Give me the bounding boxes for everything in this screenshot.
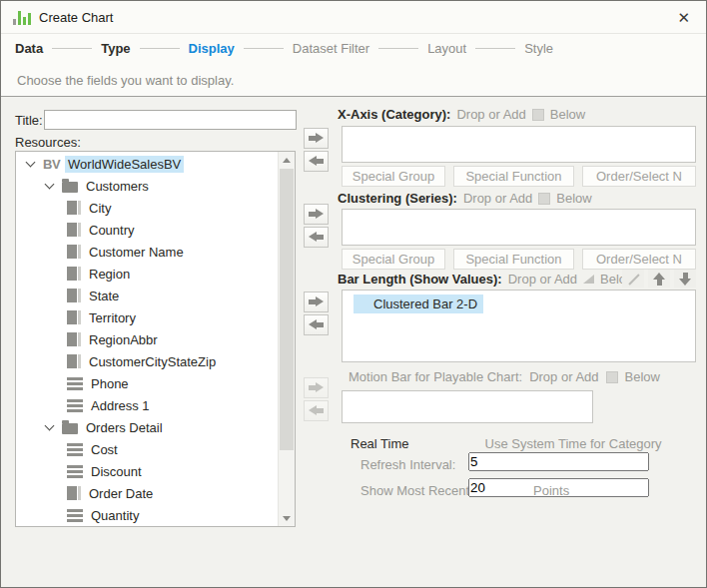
tree-item[interactable]: Quantity — [16, 504, 278, 526]
tree-item-label: WorldWideSalesBV — [65, 156, 184, 173]
motion-bar-drop-area — [342, 390, 593, 423]
arrow-down-icon — [679, 273, 691, 286]
chevron-down-icon[interactable] — [43, 181, 57, 191]
tree-item[interactable]: Cost — [16, 438, 278, 460]
refresh-interval-input[interactable] — [468, 452, 649, 471]
clustering-section-label: Clustering (Series): Drop or Add Below — [338, 191, 592, 206]
step-type[interactable]: Type — [101, 41, 130, 56]
bar-length-tools — [622, 270, 696, 288]
chart-title-input[interactable] — [44, 110, 297, 130]
tree-item-label: Territory — [86, 309, 139, 326]
lines-icon — [67, 399, 83, 412]
tree-item[interactable]: RegionAbbr — [16, 328, 278, 350]
cube-icon — [67, 332, 81, 346]
special-function-button: Special Function — [453, 249, 574, 270]
points-label: Points — [533, 483, 569, 498]
chevron-down-icon[interactable] — [24, 159, 38, 169]
cube-icon — [67, 201, 81, 215]
scroll-down-icon[interactable] — [279, 510, 295, 526]
tree-item-label: Cost — [88, 441, 121, 458]
bar-length-item-label: Clustered Bar 2-D — [373, 296, 477, 311]
bar-length-item[interactable]: Clustered Bar 2-D — [354, 294, 483, 313]
refresh-interval-label: Refresh Interval: — [360, 457, 455, 472]
chart-title-row: Title: — [15, 110, 297, 130]
step-layout[interactable]: Layout — [427, 41, 466, 56]
clustering-buttons: Special GroupSpecial FunctionOrder/Selec… — [342, 249, 696, 270]
move-down-button[interactable] — [674, 270, 696, 288]
clustering-drop-area[interactable] — [342, 209, 696, 246]
cube-icon — [67, 289, 81, 302]
motion-bar-label: Motion Bar for Playable Chart: — [349, 369, 522, 384]
move-up-button[interactable] — [648, 270, 670, 288]
tree-item-label: Country — [86, 222, 138, 239]
step-connector — [475, 48, 515, 49]
tree-item[interactable]: Region — [16, 263, 278, 285]
tree-item[interactable]: Order Date — [16, 482, 278, 504]
move-right-button[interactable] — [304, 204, 329, 225]
cube-icon — [67, 245, 81, 259]
move-right-button[interactable] — [304, 292, 329, 312]
tree-item[interactable]: State — [16, 285, 278, 306]
arrow-left-icon — [309, 156, 324, 167]
order-select-n-button: Order/Select N — [582, 166, 696, 187]
tree-item[interactable]: Orders Detail — [16, 416, 278, 438]
special-function-button: Special Function — [453, 166, 574, 187]
tree-item[interactable]: City — [16, 197, 278, 219]
move-left-button — [304, 400, 329, 421]
step-data[interactable]: Data — [15, 41, 43, 56]
tree-item-label: CustomerCityStateZip — [86, 353, 219, 370]
chart-logo-icon — [13, 9, 31, 25]
drop-hint-text: Drop or Add — [529, 369, 598, 384]
arrow-left-icon — [309, 405, 324, 416]
dialog-header: Create Chart ✕ DataTypeDisplayDataset Fi… — [1, 1, 706, 97]
tree-item[interactable]: Address 1 — [16, 394, 278, 416]
tree-scrollbar[interactable] — [278, 152, 295, 526]
move-left-button[interactable] — [304, 151, 329, 172]
move-left-button[interactable] — [304, 227, 329, 248]
tree-item-label: Phone — [88, 375, 132, 392]
tree-item-label: State — [86, 288, 122, 304]
tree-item[interactable]: CustomerCityStateZip — [16, 350, 278, 372]
tree-item[interactable]: Discount — [16, 460, 278, 482]
folder-icon — [62, 182, 78, 193]
cube-icon — [67, 486, 81, 500]
step-connector — [52, 48, 92, 49]
drop-target-icon — [583, 275, 594, 284]
step-dataset-filter[interactable]: Dataset Filter — [293, 41, 369, 56]
real-time-label: Real Time — [351, 436, 409, 451]
arrow-left-icon — [309, 319, 324, 330]
drop-hint-text: Below — [625, 369, 660, 384]
tree-item[interactable]: Customer Name — [16, 241, 278, 263]
drop-target-icon — [532, 109, 544, 121]
tree-item[interactable]: Phone — [16, 372, 278, 394]
tree-item[interactable]: Territory — [16, 306, 278, 328]
tree-item-label: Quantity — [88, 507, 142, 524]
wizard-steps: DataTypeDisplayDataset FilterLayoutStyle — [1, 34, 706, 62]
lines-icon — [67, 377, 83, 390]
x-axis-section-label: X-Axis (Category): Drop or Add Below — [338, 107, 585, 122]
tree-item[interactable]: Country — [16, 219, 278, 241]
resources-label: Resources: — [15, 135, 81, 150]
move-right-button[interactable] — [304, 128, 329, 149]
clustering-title: Clustering (Series): — [338, 191, 457, 206]
tree-item[interactable]: BVWorldWideSalesBV — [16, 153, 278, 175]
cube-icon — [67, 310, 81, 324]
x-axis-drop-area[interactable] — [342, 126, 696, 163]
scroll-up-icon[interactable] — [279, 152, 295, 168]
tree-item[interactable]: Customers — [16, 175, 278, 197]
motion-bar-row: Motion Bar for Playable Chart: Drop or A… — [342, 369, 660, 384]
scrollbar-thumb[interactable] — [280, 169, 294, 450]
arrow-right-icon — [309, 209, 324, 220]
step-display[interactable]: Display — [189, 41, 235, 56]
drop-target-icon — [538, 193, 550, 205]
x-axis-title: X-Axis (Category): — [338, 107, 450, 122]
step-style[interactable]: Style — [524, 41, 553, 56]
close-icon[interactable]: ✕ — [671, 8, 696, 27]
use-system-time-label: Use System Time for Category — [485, 436, 662, 451]
special-group-button: Special Group — [342, 249, 445, 270]
tree-item-label: Address 1 — [88, 397, 153, 414]
move-left-button[interactable] — [304, 314, 329, 335]
bar-length-drop-area[interactable]: Clustered Bar 2-D — [342, 290, 696, 362]
chevron-down-icon[interactable] — [43, 422, 57, 432]
drop-hint-text: Below — [556, 191, 591, 206]
